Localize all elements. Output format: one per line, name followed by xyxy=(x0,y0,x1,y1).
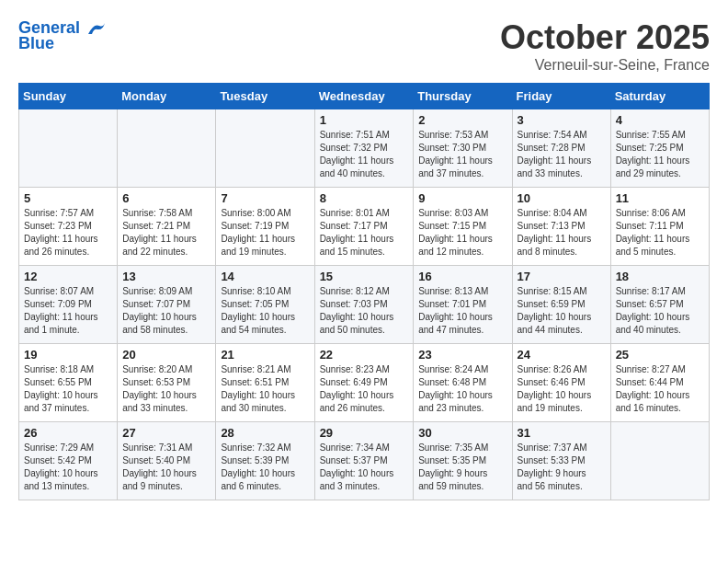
day-number: 13 xyxy=(122,270,210,283)
day-cell: 26Sunrise: 7:29 AMSunset: 5:42 PMDayligh… xyxy=(19,422,118,500)
day-cell: 16Sunrise: 8:13 AMSunset: 7:01 PMDayligh… xyxy=(414,266,512,344)
day-number: 25 xyxy=(616,348,704,362)
day-cell: 28Sunrise: 7:32 AMSunset: 5:39 PMDayligh… xyxy=(216,422,314,500)
day-info: Sunrise: 7:35 AMSunset: 5:35 PMDaylight:… xyxy=(418,442,506,493)
day-cell: 6Sunrise: 7:58 AMSunset: 7:21 PMDaylight… xyxy=(118,188,216,266)
weekday-header-saturday: Saturday xyxy=(610,84,709,109)
day-number: 9 xyxy=(418,191,506,205)
title-block: October 2025 Verneuil-sur-Seine, France xyxy=(500,18,710,74)
day-number: 1 xyxy=(320,113,409,127)
day-cell: 30Sunrise: 7:35 AMSunset: 5:35 PMDayligh… xyxy=(414,422,512,500)
day-info: Sunrise: 7:37 AMSunset: 5:33 PMDaylight:… xyxy=(518,442,606,493)
day-number: 4 xyxy=(616,113,704,127)
weekday-header-wednesday: Wednesday xyxy=(314,84,414,109)
day-info: Sunrise: 8:18 AMSunset: 6:55 PMDaylight:… xyxy=(24,363,112,415)
day-info: Sunrise: 8:04 AMSunset: 7:13 PMDaylight:… xyxy=(518,207,606,259)
day-cell: 18Sunrise: 8:17 AMSunset: 6:57 PMDayligh… xyxy=(610,266,709,344)
day-number: 31 xyxy=(518,426,606,440)
weekday-header-sunday: Sunday xyxy=(19,84,118,109)
day-number: 19 xyxy=(24,348,112,362)
day-number: 21 xyxy=(221,348,309,362)
weekday-header-monday: Monday xyxy=(118,84,216,109)
day-number: 26 xyxy=(24,426,112,440)
day-info: Sunrise: 8:27 AMSunset: 6:44 PMDaylight:… xyxy=(616,363,704,415)
weekday-header-friday: Friday xyxy=(512,84,610,109)
day-cell: 12Sunrise: 8:07 AMSunset: 7:09 PMDayligh… xyxy=(19,266,118,344)
day-info: Sunrise: 8:00 AMSunset: 7:19 PMDaylight:… xyxy=(221,207,309,259)
day-info: Sunrise: 8:17 AMSunset: 6:57 PMDaylight:… xyxy=(616,285,704,337)
day-cell: 9Sunrise: 8:03 AMSunset: 7:15 PMDaylight… xyxy=(414,188,512,266)
day-cell: 2Sunrise: 7:53 AMSunset: 7:30 PMDaylight… xyxy=(414,109,512,188)
day-number: 3 xyxy=(518,113,606,127)
day-info: Sunrise: 7:32 AMSunset: 5:39 PMDaylight:… xyxy=(221,442,309,493)
day-number: 18 xyxy=(616,270,704,283)
day-cell: 19Sunrise: 8:18 AMSunset: 6:55 PMDayligh… xyxy=(19,344,118,422)
day-info: Sunrise: 8:07 AMSunset: 7:09 PMDaylight:… xyxy=(24,285,112,337)
day-cell: 20Sunrise: 8:20 AMSunset: 6:53 PMDayligh… xyxy=(118,344,216,422)
day-info: Sunrise: 7:34 AMSunset: 5:37 PMDaylight:… xyxy=(320,442,409,493)
day-number: 29 xyxy=(320,426,409,440)
day-cell: 24Sunrise: 8:26 AMSunset: 6:46 PMDayligh… xyxy=(512,344,610,422)
day-info: Sunrise: 8:23 AMSunset: 6:49 PMDaylight:… xyxy=(320,363,409,415)
day-info: Sunrise: 8:24 AMSunset: 6:48 PMDaylight:… xyxy=(418,363,506,415)
day-cell xyxy=(610,422,709,500)
location: Verneuil-sur-Seine, France xyxy=(500,57,710,74)
day-cell: 11Sunrise: 8:06 AMSunset: 7:11 PMDayligh… xyxy=(610,188,709,266)
day-number: 28 xyxy=(221,426,309,440)
day-info: Sunrise: 7:58 AMSunset: 7:21 PMDaylight:… xyxy=(122,207,210,259)
weekday-header-tuesday: Tuesday xyxy=(216,84,314,109)
day-cell: 5Sunrise: 7:57 AMSunset: 7:23 PMDaylight… xyxy=(19,188,118,266)
weekday-header-row: SundayMondayTuesdayWednesdayThursdayFrid… xyxy=(19,84,710,109)
day-cell: 7Sunrise: 8:00 AMSunset: 7:19 PMDaylight… xyxy=(216,188,314,266)
day-number: 6 xyxy=(122,191,210,205)
day-cell: 27Sunrise: 7:31 AMSunset: 5:40 PMDayligh… xyxy=(118,422,216,500)
day-number: 22 xyxy=(320,348,409,362)
day-cell: 25Sunrise: 8:27 AMSunset: 6:44 PMDayligh… xyxy=(610,344,709,422)
day-info: Sunrise: 7:31 AMSunset: 5:40 PMDaylight:… xyxy=(122,442,210,493)
day-info: Sunrise: 7:53 AMSunset: 7:30 PMDaylight:… xyxy=(418,129,506,180)
page-header: General Blue October 2025 Verneuil-sur-S… xyxy=(18,18,710,74)
day-number: 15 xyxy=(320,270,409,283)
day-cell xyxy=(19,109,118,188)
day-info: Sunrise: 7:29 AMSunset: 5:42 PMDaylight:… xyxy=(24,442,112,493)
day-number: 5 xyxy=(24,191,112,205)
month-title: October 2025 xyxy=(500,18,710,57)
week-row-2: 5Sunrise: 7:57 AMSunset: 7:23 PMDaylight… xyxy=(19,188,710,266)
day-info: Sunrise: 8:09 AMSunset: 7:07 PMDaylight:… xyxy=(122,285,210,337)
week-row-4: 19Sunrise: 8:18 AMSunset: 6:55 PMDayligh… xyxy=(19,344,710,422)
logo: General Blue xyxy=(18,18,108,53)
day-cell: 29Sunrise: 7:34 AMSunset: 5:37 PMDayligh… xyxy=(314,422,414,500)
day-cell: 14Sunrise: 8:10 AMSunset: 7:05 PMDayligh… xyxy=(216,266,314,344)
week-row-5: 26Sunrise: 7:29 AMSunset: 5:42 PMDayligh… xyxy=(19,422,710,500)
day-info: Sunrise: 8:06 AMSunset: 7:11 PMDaylight:… xyxy=(616,207,704,259)
day-number: 8 xyxy=(320,191,409,205)
day-cell: 4Sunrise: 7:55 AMSunset: 7:25 PMDaylight… xyxy=(610,109,709,188)
day-cell: 23Sunrise: 8:24 AMSunset: 6:48 PMDayligh… xyxy=(414,344,512,422)
day-cell: 13Sunrise: 8:09 AMSunset: 7:07 PMDayligh… xyxy=(118,266,216,344)
day-number: 23 xyxy=(418,348,506,362)
day-number: 14 xyxy=(221,270,309,283)
day-info: Sunrise: 8:12 AMSunset: 7:03 PMDaylight:… xyxy=(320,285,409,337)
week-row-1: 1Sunrise: 7:51 AMSunset: 7:32 PMDaylight… xyxy=(19,109,710,188)
day-number: 30 xyxy=(418,426,506,440)
weekday-header-thursday: Thursday xyxy=(414,84,512,109)
day-number: 10 xyxy=(518,191,606,205)
day-number: 2 xyxy=(418,113,506,127)
day-cell xyxy=(118,109,216,188)
day-number: 7 xyxy=(221,191,309,205)
logo-bird-icon xyxy=(86,21,107,36)
calendar-table: SundayMondayTuesdayWednesdayThursdayFrid… xyxy=(18,83,710,500)
day-info: Sunrise: 7:57 AMSunset: 7:23 PMDaylight:… xyxy=(24,207,112,259)
day-cell: 31Sunrise: 7:37 AMSunset: 5:33 PMDayligh… xyxy=(512,422,610,500)
day-number: 24 xyxy=(518,348,606,362)
day-number: 27 xyxy=(122,426,210,440)
week-row-3: 12Sunrise: 8:07 AMSunset: 7:09 PMDayligh… xyxy=(19,266,710,344)
day-cell: 21Sunrise: 8:21 AMSunset: 6:51 PMDayligh… xyxy=(216,344,314,422)
day-cell: 10Sunrise: 8:04 AMSunset: 7:13 PMDayligh… xyxy=(512,188,610,266)
day-info: Sunrise: 8:20 AMSunset: 6:53 PMDaylight:… xyxy=(122,363,210,415)
day-info: Sunrise: 8:01 AMSunset: 7:17 PMDaylight:… xyxy=(320,207,409,259)
day-info: Sunrise: 7:55 AMSunset: 7:25 PMDaylight:… xyxy=(616,129,704,180)
day-cell: 15Sunrise: 8:12 AMSunset: 7:03 PMDayligh… xyxy=(314,266,414,344)
day-cell: 1Sunrise: 7:51 AMSunset: 7:32 PMDaylight… xyxy=(314,109,414,188)
day-cell: 8Sunrise: 8:01 AMSunset: 7:17 PMDaylight… xyxy=(314,188,414,266)
